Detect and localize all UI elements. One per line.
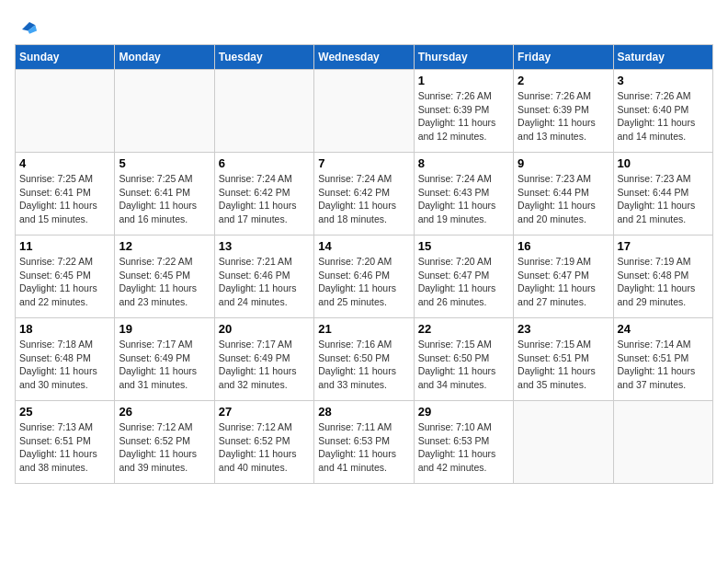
calendar-cell (514, 401, 613, 484)
day-number: 7 (318, 156, 409, 170)
weekday-header-friday: Friday (514, 45, 613, 70)
calendar-cell: 7Sunrise: 7:24 AM Sunset: 6:42 PM Daylig… (314, 153, 414, 236)
day-number: 9 (518, 156, 609, 170)
weekday-header-row: SundayMondayTuesdayWednesdayThursdayFrid… (16, 45, 713, 70)
calendar-cell: 10Sunrise: 7:23 AM Sunset: 6:44 PM Dayli… (613, 153, 712, 236)
calendar-cell: 28Sunrise: 7:11 AM Sunset: 6:53 PM Dayli… (314, 401, 414, 484)
day-info: Sunrise: 7:24 AM Sunset: 6:43 PM Dayligh… (418, 172, 509, 226)
day-number: 13 (219, 239, 310, 253)
day-number: 2 (518, 74, 609, 87)
calendar-cell: 9Sunrise: 7:23 AM Sunset: 6:44 PM Daylig… (514, 153, 613, 236)
calendar-cell: 12Sunrise: 7:22 AM Sunset: 6:45 PM Dayli… (115, 236, 214, 318)
calendar-cell (16, 70, 115, 153)
day-number: 29 (418, 405, 509, 419)
weekday-header-sunday: Sunday (16, 45, 115, 70)
calendar-cell: 25Sunrise: 7:13 AM Sunset: 6:51 PM Dayli… (16, 401, 115, 484)
day-info: Sunrise: 7:12 AM Sunset: 6:52 PM Dayligh… (219, 420, 310, 475)
calendar-cell: 20Sunrise: 7:17 AM Sunset: 6:49 PM Dayli… (214, 318, 313, 401)
day-number: 21 (318, 322, 409, 336)
calendar-cell: 17Sunrise: 7:19 AM Sunset: 6:48 PM Dayli… (613, 236, 712, 318)
calendar-week-row-4: 18Sunrise: 7:18 AM Sunset: 6:48 PM Dayli… (16, 318, 713, 401)
day-number: 6 (219, 156, 310, 170)
calendar-cell (314, 70, 414, 153)
day-number: 26 (119, 405, 210, 419)
day-info: Sunrise: 7:17 AM Sunset: 6:49 PM Dayligh… (119, 338, 210, 392)
day-info: Sunrise: 7:19 AM Sunset: 6:47 PM Dayligh… (518, 255, 609, 309)
day-info: Sunrise: 7:12 AM Sunset: 6:52 PM Dayligh… (119, 420, 210, 475)
day-number: 1 (418, 74, 509, 87)
calendar-cell: 19Sunrise: 7:17 AM Sunset: 6:49 PM Dayli… (115, 318, 214, 401)
calendar-cell (115, 70, 214, 153)
day-info: Sunrise: 7:11 AM Sunset: 6:53 PM Dayligh… (318, 420, 409, 475)
weekday-header-thursday: Thursday (414, 45, 513, 70)
day-number: 25 (19, 405, 110, 419)
calendar-week-row-1: 1Sunrise: 7:26 AM Sunset: 6:39 PM Daylig… (16, 70, 713, 153)
day-info: Sunrise: 7:20 AM Sunset: 6:46 PM Dayligh… (318, 255, 409, 309)
day-info: Sunrise: 7:25 AM Sunset: 6:41 PM Dayligh… (19, 172, 110, 226)
weekday-header-saturday: Saturday (613, 45, 712, 70)
calendar-body: 1Sunrise: 7:26 AM Sunset: 6:39 PM Daylig… (16, 70, 713, 484)
calendar-cell: 13Sunrise: 7:21 AM Sunset: 6:46 PM Dayli… (214, 236, 313, 318)
calendar-table: SundayMondayTuesdayWednesdayThursdayFrid… (15, 44, 713, 484)
day-number: 14 (318, 239, 409, 253)
calendar-cell: 6Sunrise: 7:24 AM Sunset: 6:42 PM Daylig… (214, 153, 313, 236)
day-number: 3 (618, 74, 709, 87)
logo[interactable] (15, 15, 40, 37)
calendar-cell: 4Sunrise: 7:25 AM Sunset: 6:41 PM Daylig… (16, 153, 115, 236)
day-number: 24 (618, 322, 709, 336)
calendar-cell: 1Sunrise: 7:26 AM Sunset: 6:39 PM Daylig… (414, 70, 513, 153)
day-info: Sunrise: 7:14 AM Sunset: 6:51 PM Dayligh… (618, 338, 709, 392)
day-number: 15 (418, 239, 509, 253)
day-number: 27 (219, 405, 310, 419)
calendar-cell (613, 401, 712, 484)
day-number: 8 (418, 156, 509, 170)
day-number: 5 (119, 156, 210, 170)
day-number: 18 (19, 322, 110, 336)
day-info: Sunrise: 7:19 AM Sunset: 6:48 PM Dayligh… (618, 255, 709, 309)
day-number: 17 (618, 239, 709, 253)
day-info: Sunrise: 7:23 AM Sunset: 6:44 PM Dayligh… (518, 172, 609, 226)
day-info: Sunrise: 7:21 AM Sunset: 6:46 PM Dayligh… (219, 255, 310, 309)
calendar-cell: 29Sunrise: 7:10 AM Sunset: 6:53 PM Dayli… (414, 401, 513, 484)
weekday-header-tuesday: Tuesday (214, 45, 313, 70)
day-number: 22 (418, 322, 509, 336)
weekday-header-monday: Monday (115, 45, 214, 70)
calendar-cell: 11Sunrise: 7:22 AM Sunset: 6:45 PM Dayli… (16, 236, 115, 318)
calendar-cell: 16Sunrise: 7:19 AM Sunset: 6:47 PM Dayli… (514, 236, 613, 318)
day-info: Sunrise: 7:13 AM Sunset: 6:51 PM Dayligh… (19, 420, 110, 475)
calendar-cell: 2Sunrise: 7:26 AM Sunset: 6:39 PM Daylig… (514, 70, 613, 153)
day-info: Sunrise: 7:10 AM Sunset: 6:53 PM Dayligh… (418, 420, 509, 475)
calendar-cell: 26Sunrise: 7:12 AM Sunset: 6:52 PM Dayli… (115, 401, 214, 484)
day-info: Sunrise: 7:26 AM Sunset: 6:40 PM Dayligh… (618, 89, 709, 144)
day-number: 23 (518, 322, 609, 336)
calendar-week-row-5: 25Sunrise: 7:13 AM Sunset: 6:51 PM Dayli… (16, 401, 713, 484)
calendar-cell: 24Sunrise: 7:14 AM Sunset: 6:51 PM Dayli… (613, 318, 712, 401)
day-number: 12 (119, 239, 210, 253)
day-number: 28 (318, 405, 409, 419)
calendar-cell: 15Sunrise: 7:20 AM Sunset: 6:47 PM Dayli… (414, 236, 513, 318)
day-info: Sunrise: 7:22 AM Sunset: 6:45 PM Dayligh… (119, 255, 210, 309)
calendar-cell: 8Sunrise: 7:24 AM Sunset: 6:43 PM Daylig… (414, 153, 513, 236)
calendar-cell: 23Sunrise: 7:15 AM Sunset: 6:51 PM Dayli… (514, 318, 613, 401)
day-number: 16 (518, 239, 609, 253)
calendar-week-row-2: 4Sunrise: 7:25 AM Sunset: 6:41 PM Daylig… (16, 153, 713, 236)
calendar-cell: 27Sunrise: 7:12 AM Sunset: 6:52 PM Dayli… (214, 401, 313, 484)
calendar-cell: 21Sunrise: 7:16 AM Sunset: 6:50 PM Dayli… (314, 318, 414, 401)
day-info: Sunrise: 7:24 AM Sunset: 6:42 PM Dayligh… (219, 172, 310, 226)
calendar-cell: 18Sunrise: 7:18 AM Sunset: 6:48 PM Dayli… (16, 318, 115, 401)
calendar-cell: 3Sunrise: 7:26 AM Sunset: 6:40 PM Daylig… (613, 70, 712, 153)
day-number: 10 (618, 156, 709, 170)
day-info: Sunrise: 7:20 AM Sunset: 6:47 PM Dayligh… (418, 255, 509, 309)
day-info: Sunrise: 7:26 AM Sunset: 6:39 PM Dayligh… (518, 89, 609, 144)
day-info: Sunrise: 7:22 AM Sunset: 6:45 PM Dayligh… (19, 255, 110, 309)
day-number: 19 (119, 322, 210, 336)
day-number: 20 (219, 322, 310, 336)
day-number: 4 (19, 156, 110, 170)
calendar-week-row-3: 11Sunrise: 7:22 AM Sunset: 6:45 PM Dayli… (16, 236, 713, 318)
day-info: Sunrise: 7:23 AM Sunset: 6:44 PM Dayligh… (618, 172, 709, 226)
page-header (15, 15, 713, 37)
day-info: Sunrise: 7:15 AM Sunset: 6:50 PM Dayligh… (418, 338, 509, 392)
day-info: Sunrise: 7:15 AM Sunset: 6:51 PM Dayligh… (518, 338, 609, 392)
calendar-cell: 14Sunrise: 7:20 AM Sunset: 6:46 PM Dayli… (314, 236, 414, 318)
day-info: Sunrise: 7:18 AM Sunset: 6:48 PM Dayligh… (19, 338, 110, 392)
